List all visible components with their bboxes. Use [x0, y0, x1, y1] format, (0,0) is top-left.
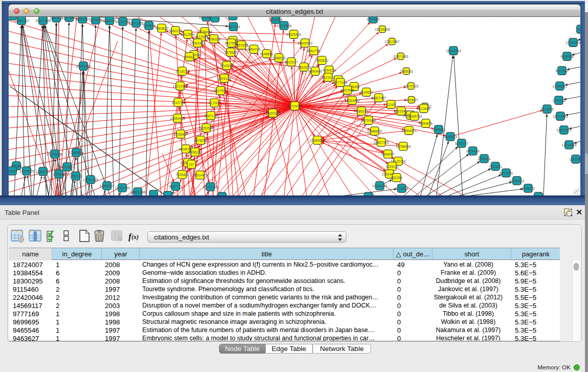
svg-text:9242848: 9242848 [220, 64, 233, 68]
svg-text:1987306: 1987306 [50, 17, 63, 20]
svg-text:20206538: 20206538 [47, 152, 62, 156]
svg-text:10807487: 10807487 [371, 96, 386, 100]
svg-text:19218506: 19218506 [276, 24, 292, 28]
svg-text:1145194: 1145194 [52, 172, 66, 176]
svg-text:2718176: 2718176 [176, 70, 189, 73]
svg-text:17957255: 17957255 [83, 178, 98, 182]
svg-text:3624554: 3624554 [360, 91, 373, 94]
svg-text:2935114: 2935114 [477, 157, 491, 161]
svg-text:157: 157 [188, 163, 194, 166]
svg-text:18300295: 18300295 [265, 112, 280, 115]
svg-text:16154808: 16154808 [375, 28, 390, 31]
svg-text:1588520: 1588520 [272, 56, 286, 60]
svg-text:6379197: 6379197 [455, 142, 468, 145]
svg-text:10973493: 10973493 [393, 55, 408, 58]
svg-text:17359924: 17359924 [69, 151, 84, 155]
svg-text:10671355: 10671355 [128, 21, 144, 25]
svg-text:16210643: 16210643 [553, 115, 568, 118]
svg-text:12213383: 12213383 [172, 84, 188, 88]
svg-text:18724007: 18724007 [287, 104, 302, 108]
svg-text:252254: 252254 [391, 176, 402, 180]
svg-text:19166827: 19166827 [173, 133, 188, 136]
svg-text:7485063: 7485063 [400, 70, 413, 73]
svg-text:12975115: 12975115 [404, 84, 419, 88]
svg-text:10958107: 10958107 [99, 184, 115, 188]
svg-text:1117: 1117 [577, 28, 580, 31]
svg-text:8813054: 8813054 [269, 18, 282, 21]
svg-text:1010755: 1010755 [171, 101, 185, 104]
svg-text:6466160: 6466160 [103, 19, 116, 23]
svg-text:20364436: 20364436 [344, 99, 360, 102]
svg-text:19756928: 19756928 [396, 145, 411, 148]
svg-text:16782759: 16782759 [115, 186, 130, 190]
svg-text:3215955: 3215955 [540, 107, 554, 111]
svg-text:1621072: 1621072 [321, 76, 335, 79]
svg-text:9113468: 9113468 [417, 107, 430, 111]
svg-text:2367608: 2367608 [235, 43, 248, 47]
svg-text:10688609: 10688609 [367, 129, 382, 133]
svg-text:2087682: 2087682 [366, 17, 380, 21]
svg-text:5938923: 5938923 [444, 135, 457, 139]
svg-text:8678352: 8678352 [194, 139, 207, 142]
svg-text:9084067: 9084067 [381, 152, 395, 156]
svg-text:6497568: 6497568 [341, 89, 354, 92]
svg-text:12942737: 12942737 [35, 170, 51, 173]
svg-text:9146821: 9146821 [260, 52, 273, 56]
svg-text:1244415: 1244415 [552, 99, 565, 102]
svg-text:11156829: 11156829 [19, 169, 34, 173]
svg-text:12923468: 12923468 [130, 190, 145, 194]
svg-text:11325419: 11325419 [287, 33, 301, 36]
svg-text:15716485: 15716485 [203, 185, 218, 189]
svg-text:1733426: 1733426 [395, 187, 408, 190]
svg-text:8471676: 8471676 [499, 171, 513, 175]
svg-text:9474444: 9474444 [466, 149, 480, 153]
svg-text:3875685: 3875685 [224, 51, 237, 54]
svg-text:19384554: 19384554 [310, 139, 325, 142]
svg-text:7357224: 7357224 [227, 25, 240, 29]
svg-text:6961758: 6961758 [307, 49, 320, 53]
svg-text:16495764: 16495764 [407, 115, 422, 118]
svg-text:9227342: 9227342 [555, 69, 569, 73]
svg-text:8186328: 8186328 [207, 37, 221, 41]
svg-text:1640934: 1640934 [432, 128, 445, 132]
svg-text:417006: 417006 [209, 101, 220, 105]
svg-text:16914479: 16914479 [192, 173, 208, 177]
svg-text:(x): (x) [132, 233, 139, 240]
svg-text:20053346: 20053346 [76, 64, 91, 68]
svg-text:5322037: 5322037 [285, 60, 298, 64]
svg-text:16648764: 16648764 [446, 49, 461, 53]
svg-text:9657771: 9657771 [169, 185, 182, 188]
svg-text:15751074: 15751074 [565, 41, 580, 45]
svg-text:10654112: 10654112 [510, 179, 525, 183]
svg-text:20691406: 20691406 [35, 19, 51, 23]
svg-text:1250515: 1250515 [69, 174, 82, 178]
svg-text:62160: 62160 [386, 103, 396, 106]
svg-text:7515526: 7515526 [142, 24, 156, 28]
svg-text:9794028: 9794028 [322, 69, 336, 72]
svg-text:7663822: 7663822 [155, 27, 168, 30]
svg-text:15692971: 15692971 [556, 128, 572, 132]
svg-text:1362615: 1362615 [297, 65, 311, 69]
svg-text:19654923: 19654923 [401, 129, 417, 133]
svg-text:9329966: 9329966 [560, 55, 574, 58]
svg-text:8454749: 8454749 [247, 48, 260, 51]
svg-text:9777169: 9777169 [334, 81, 347, 84]
svg-text:12093822: 12093822 [552, 84, 568, 88]
svg-text:9899695: 9899695 [419, 122, 432, 125]
svg-text:99962: 99962 [185, 55, 194, 59]
svg-text:8990448: 8990448 [309, 70, 322, 73]
svg-text:14055712: 14055712 [14, 19, 29, 23]
svg-text:15640910: 15640910 [297, 41, 313, 45]
svg-text:9827505: 9827505 [194, 35, 208, 39]
svg-text:10653287: 10653287 [75, 17, 90, 21]
svg-text:1615132: 1615132 [385, 165, 399, 168]
svg-text:19654925: 19654925 [170, 117, 185, 120]
svg-text:8827552: 8827552 [214, 89, 227, 93]
svg-text:15720407: 15720407 [361, 119, 376, 122]
svg-text:18807249: 18807249 [374, 141, 389, 144]
svg-text:12213967: 12213967 [384, 40, 400, 43]
svg-text:9960124: 9960124 [169, 29, 182, 33]
svg-text:1167533: 1167533 [569, 158, 580, 161]
svg-text:7955812: 7955812 [315, 59, 329, 62]
svg-text:9245652: 9245652 [521, 187, 535, 190]
